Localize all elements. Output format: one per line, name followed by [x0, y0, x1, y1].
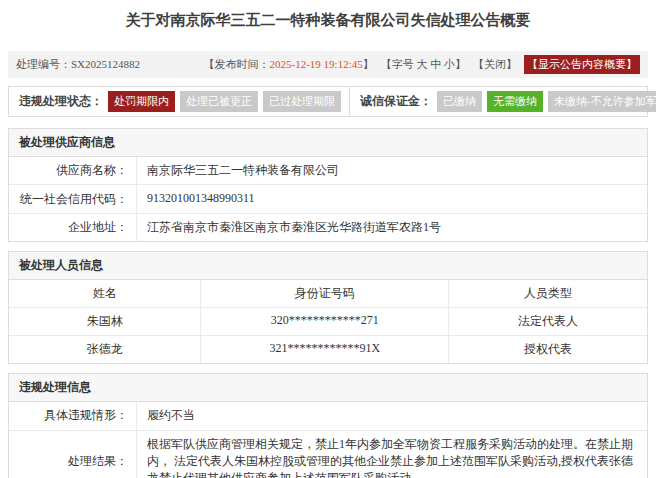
row-label: 供应商名称： [9, 157, 137, 184]
row-value: 913201001348990311 [137, 185, 647, 212]
violation-status-label: 违规处理状态： [19, 93, 103, 110]
column-header-person-type: 人员类型 [449, 280, 647, 307]
publish-time-prefix: 【发布时间： [204, 58, 270, 70]
font-size-label: 【字号 [381, 58, 414, 70]
deposit-status-badge: 无需缴纳 [487, 91, 543, 112]
violation-status-cell: 违规处理状态： 处罚期限内处理已被更正已过处理期限 [9, 87, 349, 116]
status-row: 违规处理状态： 处罚期限内处理已被更正已过处理期限 诚信保证金： 已缴纳无需缴纳… [8, 86, 648, 117]
process-number-value: SX2025124882 [71, 58, 140, 70]
font-size-suffix: 】 [455, 58, 466, 70]
row-value: 南京际华三五二一特种装备有限公司 [137, 157, 647, 184]
row-value: 江苏省南京市秦淮区南京市秦淮区光华路街道军农路1号 [137, 214, 647, 241]
deposit-status-badge: 未缴纳-不允许参加军队采购活动 [548, 91, 656, 112]
person-name: 朱国林 [9, 308, 200, 335]
table-row: 张德龙 321************91X 授权代表 [9, 336, 647, 363]
violation-status-badge: 已过处理期限 [263, 91, 341, 112]
column-header-name: 姓名 [9, 280, 200, 307]
row-label: 统一社会信用代码： [9, 185, 137, 212]
personnel-info-section: 被处理人员信息 姓名 身份证号码 人员类型 朱国林 320***********… [8, 251, 648, 364]
supplier-info-section: 被处理供应商信息 供应商名称： 南京际华三五二一特种装备有限公司 统一社会信用代… [8, 128, 648, 242]
table-row: 企业地址： 江苏省南京市秦淮区南京市秦淮区光华路街道军农路1号 [9, 214, 647, 241]
font-size-control: 【字号 大 中 小】 [381, 57, 466, 72]
person-id-number: 321************91X [200, 336, 449, 363]
close-button[interactable]: 【关闭】 [473, 57, 517, 72]
table-row: 朱国林 320************271 法定代表人 [9, 308, 647, 336]
row-label: 企业地址： [9, 214, 137, 241]
violation-status-badge: 处理已被更正 [180, 91, 258, 112]
violation-status-badge: 处罚期限内 [108, 91, 175, 112]
process-number-label: 处理编号： [16, 58, 71, 70]
publish-time-value: 2025-12-19 19:12:45 [270, 58, 363, 70]
publish-time-suffix: 】 [363, 58, 374, 70]
meta-bar: 处理编号：SX2025124882 【发布时间：2025-12-19 19:12… [8, 51, 648, 78]
supplier-section-title: 被处理供应商信息 [9, 129, 647, 157]
meta-actions: 【发布时间：2025-12-19 19:12:45】 【字号 大 中 小】 【关… [204, 55, 640, 74]
deposit-status-label: 诚信保证金： [360, 93, 432, 110]
publish-time: 【发布时间：2025-12-19 19:12:45】 [204, 57, 374, 72]
column-header-id-number: 身份证号码 [200, 280, 449, 307]
table-row: 具体违规情形： 履约不当 [9, 402, 647, 430]
process-number: 处理编号：SX2025124882 [16, 57, 140, 72]
violation-info-section: 违规处理信息 具体违规情形： 履约不当 处理结果： 根据军队供应商管理相关规定，… [8, 373, 648, 478]
page-title: 关于对南京际华三五二一特种装备有限公司失信处理公告概要 [0, 0, 656, 39]
person-name: 张德龙 [9, 336, 200, 363]
table-row: 供应商名称： 南京际华三五二一特种装备有限公司 [9, 157, 647, 185]
person-id-number: 320************271 [200, 308, 449, 335]
person-type: 法定代表人 [449, 308, 647, 335]
row-label: 具体违规情形： [9, 402, 137, 429]
personnel-rows: 朱国林 320************271 法定代表人 张德龙 321****… [9, 308, 647, 363]
row-label: 处理结果： [9, 431, 137, 478]
deposit-status-cell: 诚信保证金： 已缴纳无需缴纳未缴纳-不允许参加军队采购活动 [349, 87, 656, 116]
violation-rows: 具体违规情形： 履约不当 处理结果： 根据军队供应商管理相关规定，禁止1年内参加… [9, 402, 647, 478]
font-size-large[interactable]: 大 [417, 58, 428, 70]
row-value: 履约不当 [137, 402, 647, 429]
show-summary-button[interactable]: 【显示公告内容概要】 [524, 55, 640, 74]
personnel-section-title: 被处理人员信息 [9, 252, 647, 280]
table-row: 处理结果： 根据军队供应商管理相关规定，禁止1年内参加全军物资工程服务采购活动的… [9, 431, 647, 478]
supplier-rows: 供应商名称： 南京际华三五二一特种装备有限公司 统一社会信用代码： 913201… [9, 157, 647, 241]
violation-section-title: 违规处理信息 [9, 374, 647, 402]
deposit-status-badge: 已缴纳 [437, 91, 482, 112]
row-value: 根据军队供应商管理相关规定，禁止1年内参加全军物资工程服务采购活动的处理。在禁止… [137, 431, 647, 478]
font-size-medium[interactable]: 中 [430, 58, 441, 70]
font-size-small[interactable]: 小 [444, 58, 455, 70]
table-row: 统一社会信用代码： 913201001348990311 [9, 185, 647, 213]
personnel-table-header: 姓名 身份证号码 人员类型 [9, 280, 647, 308]
person-type: 授权代表 [449, 336, 647, 363]
